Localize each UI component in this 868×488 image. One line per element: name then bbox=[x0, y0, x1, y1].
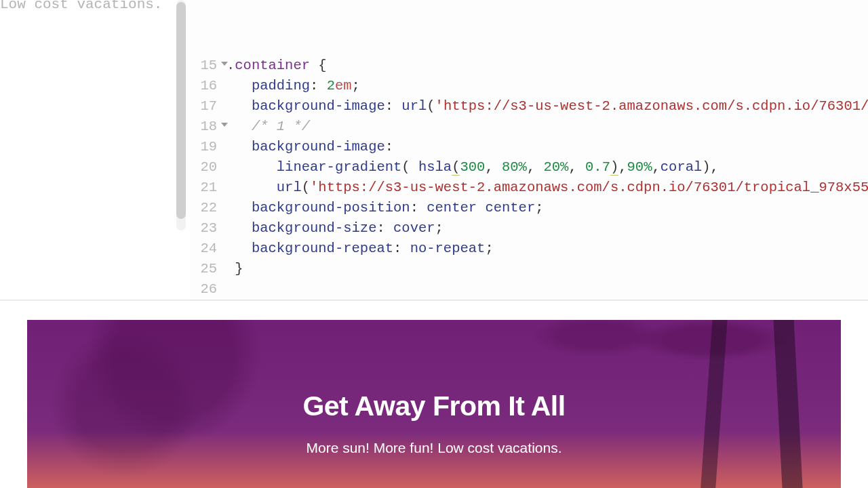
code-text[interactable]: background-size: cover; bbox=[226, 218, 868, 239]
hero-tagline: More sun! More fun! Low cost vacations. bbox=[306, 440, 561, 456]
line-number: 16 bbox=[190, 76, 226, 96]
code-line[interactable]: 26 bbox=[190, 279, 868, 300]
line-number: 15 bbox=[190, 56, 226, 76]
editor-row: Low cost vacations. 15.container {16 pad… bbox=[0, 0, 868, 300]
code-text[interactable]: linear-gradient( hsla(300, 80%, 20%, 0.7… bbox=[226, 157, 868, 178]
code-line[interactable]: 24 background-repeat: no-repeat; bbox=[190, 239, 868, 259]
code-line[interactable]: 17 background-image: url('https://s3-us-… bbox=[190, 96, 868, 117]
code-line[interactable]: 23 background-size: cover; bbox=[190, 218, 868, 239]
html-editor-content[interactable]: Low cost vacations. bbox=[0, 0, 178, 15]
code-line[interactable]: 20 linear-gradient( hsla(300, 80%, 20%, … bbox=[190, 157, 868, 178]
line-number: 18 bbox=[190, 117, 226, 137]
line-number: 26 bbox=[190, 279, 226, 300]
code-text[interactable]: /* 1 */ bbox=[226, 117, 868, 137]
code-line[interactable]: 19 background-image: bbox=[190, 137, 868, 157]
code-line[interactable]: 18 /* 1 */ bbox=[190, 117, 868, 137]
code-line[interactable]: 21 url('https://s3-us-west-2.amazonaws.c… bbox=[190, 178, 868, 198]
code-text[interactable]: background-image: bbox=[226, 137, 868, 157]
preview-pane: Get Away From It All More sun! More fun!… bbox=[0, 301, 868, 488]
css-editor-pane[interactable]: 15.container {16 padding: 2em;17 backgro… bbox=[190, 0, 868, 300]
code-text[interactable]: background-position: center center; bbox=[226, 198, 868, 218]
code-text[interactable]: .container { bbox=[226, 56, 868, 76]
line-number: 24 bbox=[190, 239, 226, 259]
code-text[interactable] bbox=[226, 279, 868, 300]
html-editor-pane[interactable]: Low cost vacations. bbox=[0, 0, 190, 300]
fold-icon[interactable] bbox=[221, 62, 228, 66]
code-text[interactable]: background-image: url('https://s3-us-wes… bbox=[226, 96, 868, 117]
fold-icon[interactable] bbox=[221, 123, 228, 127]
code-text[interactable]: padding: 2em; bbox=[226, 76, 868, 96]
hero-heading: Get Away From It All bbox=[302, 390, 565, 422]
line-number: 20 bbox=[190, 157, 226, 178]
scrollbar-thumb[interactable] bbox=[176, 2, 186, 219]
line-number: 21 bbox=[190, 178, 226, 198]
line-number: 25 bbox=[190, 259, 226, 279]
code-line[interactable]: 16 padding: 2em; bbox=[190, 76, 868, 96]
code-text[interactable]: url('https://s3-us-west-2.amazonaws.com/… bbox=[226, 178, 868, 198]
code-text[interactable]: background-repeat: no-repeat; bbox=[226, 239, 868, 259]
hero-container: Get Away From It All More sun! More fun!… bbox=[27, 320, 841, 488]
line-number: 22 bbox=[190, 198, 226, 218]
code-text[interactable]: } bbox=[226, 259, 868, 279]
code-line[interactable]: 22 background-position: center center; bbox=[190, 198, 868, 218]
app-root: Low cost vacations. 15.container {16 pad… bbox=[0, 0, 868, 488]
line-number: 19 bbox=[190, 137, 226, 157]
line-number: 17 bbox=[190, 96, 226, 117]
code-line[interactable]: 25 } bbox=[190, 259, 868, 279]
code-line[interactable]: 15.container { bbox=[190, 56, 868, 76]
line-number: 23 bbox=[190, 218, 226, 239]
